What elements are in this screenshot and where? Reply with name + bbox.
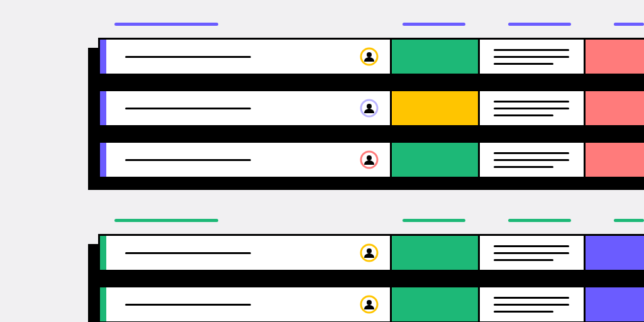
text-placeholder-line [494,114,553,116]
description-cell [480,91,586,125]
column-header-dash [402,23,465,26]
column-header-dash [114,23,218,26]
svg-point-9 [367,300,372,305]
text-placeholder-line [494,311,553,313]
text-placeholder-line [494,152,569,154]
status-cell[interactable] [392,287,480,321]
title-placeholder-line [125,56,251,58]
table-row[interactable] [98,141,644,179]
row-accent [100,91,106,125]
assignee-avatar[interactable] [360,47,379,66]
svg-point-7 [367,248,372,253]
description-cell [480,236,586,270]
svg-point-1 [367,52,372,57]
title-cell [106,40,392,74]
priority-cell[interactable] [586,91,644,125]
text-placeholder-line [494,159,569,161]
text-placeholder-line [494,108,569,109]
text-placeholder-line [494,166,553,168]
title-cell [106,91,392,125]
row-accent [100,40,106,74]
title-cell [106,287,392,321]
table-row[interactable] [98,38,644,75]
title-cell [106,236,392,270]
description-cell [480,287,586,321]
assignee-avatar[interactable] [360,99,379,118]
priority-cell[interactable] [586,236,644,270]
status-cell[interactable] [392,40,480,74]
column-header-dash [402,219,465,222]
text-placeholder-line [494,304,569,306]
assignee-avatar[interactable] [360,243,379,262]
title-placeholder-line [125,252,251,254]
title-placeholder-line [125,159,251,161]
status-cell[interactable] [392,143,480,177]
column-header-dash [614,23,644,26]
svg-point-3 [367,104,372,109]
column-header-dash [508,23,571,26]
column-header-dash [114,219,218,222]
priority-cell[interactable] [586,287,644,321]
table-row[interactable] [98,286,644,322]
text-placeholder-line [494,49,569,51]
description-cell [480,40,586,74]
assignee-avatar[interactable] [360,295,379,314]
title-placeholder-line [125,304,251,306]
text-placeholder-line [494,259,553,261]
priority-cell[interactable] [586,40,644,74]
text-placeholder-line [494,56,569,58]
column-header-dash [614,219,644,222]
text-placeholder-line [494,297,569,299]
text-placeholder-line [494,63,553,65]
text-placeholder-line [494,252,569,254]
row-accent [100,287,106,321]
table-row[interactable] [98,234,644,272]
text-placeholder-line [494,101,569,103]
title-placeholder-line [125,108,251,109]
status-cell[interactable] [392,91,480,125]
svg-point-5 [367,155,372,160]
description-cell [480,143,586,177]
table-row[interactable] [98,89,644,127]
priority-cell[interactable] [586,143,644,177]
assignee-avatar[interactable] [360,150,379,169]
status-cell[interactable] [392,236,480,270]
text-placeholder-line [494,245,569,247]
column-header-dash [508,219,571,222]
row-accent [100,236,106,270]
title-cell [106,143,392,177]
row-accent [100,143,106,177]
